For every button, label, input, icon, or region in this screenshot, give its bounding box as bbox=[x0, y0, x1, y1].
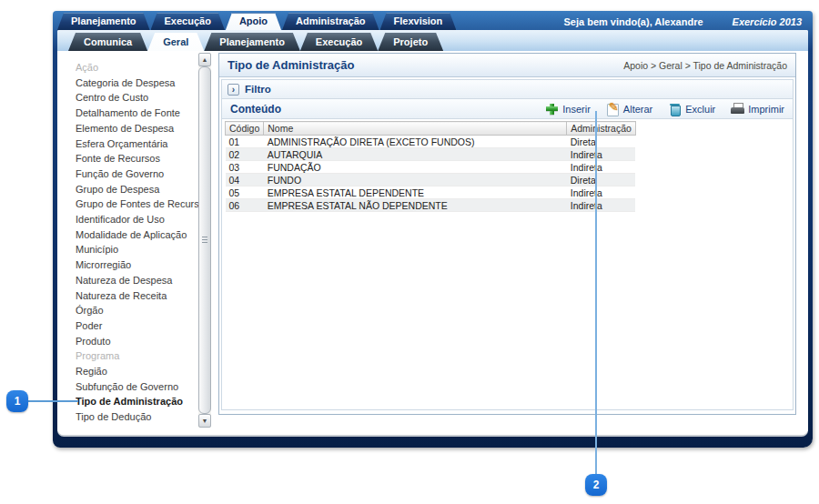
table-row[interactable]: 06 EMPRESA ESTATAL NÃO DEPENDENTE Indire… bbox=[226, 199, 636, 212]
sidebar-item[interactable]: Tipo de Documento bbox=[76, 425, 199, 426]
table-row[interactable]: 03 FUNDAÇÃO Indireta bbox=[226, 161, 636, 174]
callout-connector-line bbox=[27, 400, 78, 402]
sidebar-item[interactable]: Centro de Custo bbox=[76, 90, 199, 106]
cell-administracao: Indireta bbox=[567, 199, 636, 212]
secondary-tab[interactable]: Execução bbox=[300, 33, 378, 51]
cell-administracao: Direta bbox=[567, 136, 636, 148]
sidebar-item[interactable]: Natureza de Despesa bbox=[76, 273, 199, 288]
callout-badge-2: 2 bbox=[585, 474, 607, 496]
sidebar-item[interactable]: Região bbox=[76, 364, 199, 379]
exercise-label: Exercício 2013 bbox=[733, 16, 802, 27]
sidebar-item[interactable]: Identificador de Uso bbox=[76, 212, 199, 227]
primary-tab[interactable]: Flexvision bbox=[380, 13, 457, 30]
cell-administracao: Indireta bbox=[567, 148, 636, 161]
secondary-tab-bar: ComunicaGeralPlanejamentoExecuçãoProjeto bbox=[57, 30, 808, 51]
cell-codigo: 04 bbox=[226, 174, 264, 186]
sidebar-scrollbar[interactable]: ▲ ▼ bbox=[198, 53, 211, 428]
sidebar-item[interactable]: Grupo de Fontes de Recursos bbox=[76, 197, 199, 212]
cell-codigo: 02 bbox=[226, 148, 264, 161]
cell-administracao: Direta bbox=[567, 174, 636, 186]
cell-nome: EMPRESA ESTATAL NÃO DEPENDENTE bbox=[264, 199, 567, 212]
table-row[interactable]: 01 ADMINISTRAÇÃO DIRETA (EXCETO FUNDOS) … bbox=[226, 136, 636, 148]
toolbar-button-label: Inserir bbox=[562, 104, 591, 115]
toolbar-button-label: Excluir bbox=[685, 104, 715, 115]
secondary-tab[interactable]: Projeto bbox=[378, 33, 443, 51]
toolbar-button[interactable]: Imprimir bbox=[731, 103, 784, 116]
toolbar-button-label: Imprimir bbox=[748, 104, 784, 115]
sidebar-item[interactable]: Ação bbox=[76, 60, 199, 76]
table-row[interactable]: 05 EMPRESA ESTATAL DEPENDENTE Indireta bbox=[226, 186, 636, 199]
content-toolbar: Conteúdo Inserir Alterar bbox=[222, 99, 793, 119]
table-header-row: Código Nome Administração bbox=[226, 122, 636, 136]
scrollbar-thumb[interactable] bbox=[198, 66, 211, 414]
secondary-tab[interactable]: Planejamento bbox=[204, 33, 300, 51]
column-header-nome[interactable]: Nome bbox=[264, 122, 567, 136]
cell-codigo: 06 bbox=[226, 199, 264, 212]
filter-label: Filtro bbox=[245, 84, 271, 95]
primary-tab[interactable]: Administração bbox=[282, 13, 379, 30]
callout-connector-line bbox=[595, 111, 597, 475]
toolbar-button[interactable]: Inserir bbox=[545, 103, 591, 116]
sidebar-item[interactable]: Órgão bbox=[76, 303, 199, 318]
secondary-tab[interactable]: Comunica bbox=[68, 33, 147, 51]
header-right: Seja bem vindo(a), Alexandre Exercício 2… bbox=[564, 16, 802, 30]
scroll-up-icon[interactable]: ▲ bbox=[198, 53, 211, 66]
table-row[interactable]: 04 FUNDO Direta bbox=[226, 174, 636, 186]
sidebar-item[interactable]: Produto bbox=[76, 334, 199, 349]
cell-nome: FUNDAÇÃO bbox=[264, 161, 567, 174]
sidebar-item[interactable]: Natureza de Receita bbox=[76, 288, 199, 304]
table-area: Código Nome Administração 01 ADMINISTRAÇ… bbox=[222, 119, 793, 409]
sidebar-item[interactable]: Subfunção de Governo bbox=[76, 379, 199, 395]
primary-tab[interactable]: Planejamento bbox=[57, 13, 150, 30]
sidebar-item[interactable]: Poder bbox=[76, 318, 199, 334]
cell-nome: FUNDO bbox=[264, 174, 567, 186]
welcome-text: Seja bem vindo(a), Alexandre bbox=[564, 16, 703, 27]
toolbar-button-label: Alterar bbox=[623, 104, 652, 115]
cell-nome: AUTARQUIA bbox=[264, 148, 567, 161]
primary-tab[interactable]: Execução bbox=[151, 13, 225, 30]
content-label: Conteúdo bbox=[230, 103, 281, 116]
scroll-down-icon[interactable]: ▼ bbox=[198, 414, 211, 428]
sidebar-item[interactable]: Fonte de Recursos bbox=[76, 151, 199, 166]
sidebar-item[interactable]: Categoria de Despesa bbox=[76, 76, 199, 91]
panel-body: Filtro Conteúdo Inserir Al bbox=[221, 79, 794, 410]
sidebar-item[interactable]: Microrregião bbox=[76, 257, 199, 273]
toolbar-button[interactable]: Alterar bbox=[606, 103, 652, 116]
sidebar-item[interactable]: Grupo de Despesa bbox=[76, 182, 199, 197]
column-header-administracao[interactable]: Administração bbox=[567, 122, 636, 136]
cell-codigo: 01 bbox=[226, 136, 264, 148]
column-header-codigo[interactable]: Código bbox=[226, 122, 264, 136]
sidebar-menu: AçãoCategoria de DespesaCentro de CustoD… bbox=[76, 58, 199, 426]
cell-nome: EMPRESA ESTATAL DEPENDENTE bbox=[264, 186, 567, 199]
breadcrumb: Apoio > Geral > Tipo de Administração bbox=[623, 60, 787, 71]
app-window: PlanejamentoExecuçãoApoioAdministraçãoFl… bbox=[53, 11, 813, 448]
sidebar-item[interactable]: Município bbox=[76, 242, 199, 257]
page-title: Tipo de Administração bbox=[228, 58, 354, 72]
cell-administracao: Indireta bbox=[567, 161, 636, 174]
filter-bar: Filtro bbox=[222, 80, 793, 99]
expand-filter-icon[interactable] bbox=[228, 84, 239, 96]
screenshot-canvas: PlanejamentoExecuçãoApoioAdministraçãoFl… bbox=[0, 0, 819, 504]
sidebar-item[interactable]: Esfera Orçamentária bbox=[76, 136, 199, 152]
sidebar-item[interactable]: Modalidade de Aplicação bbox=[76, 227, 199, 243]
main-panel: Tipo de Administração Apoio > Geral > Ti… bbox=[218, 53, 796, 415]
sidebar-item[interactable]: Função de Governo bbox=[76, 166, 199, 182]
primary-tab[interactable]: Apoio bbox=[226, 13, 281, 30]
sidebar-item[interactable]: Elemento de Despesa bbox=[76, 121, 199, 136]
secondary-tab[interactable]: Geral bbox=[147, 33, 204, 51]
sidebar-item[interactable]: Tipo de Administração bbox=[76, 394, 199, 409]
sidebar-item[interactable]: Tipo de Dedução bbox=[76, 409, 199, 425]
sidebar-item[interactable]: Programa bbox=[76, 348, 199, 364]
panel-title-bar: Tipo de Administração Apoio > Geral > Ti… bbox=[219, 54, 795, 77]
content-area: AçãoCategoria de DespesaCentro de CustoD… bbox=[57, 51, 808, 435]
cell-administracao: Indireta bbox=[567, 186, 636, 199]
callout-badge-1: 1 bbox=[6, 390, 28, 412]
cell-codigo: 03 bbox=[226, 161, 264, 174]
insert-icon bbox=[545, 103, 559, 116]
edit-icon bbox=[606, 103, 620, 116]
table-row[interactable]: 02 AUTARQUIA Indireta bbox=[226, 148, 636, 161]
page-surface: ComunicaGeralPlanejamentoExecuçãoProjeto… bbox=[57, 30, 808, 435]
sidebar-item[interactable]: Detalhamento de Fonte bbox=[76, 106, 199, 121]
cell-nome: ADMINISTRAÇÃO DIRETA (EXCETO FUNDOS) bbox=[264, 136, 567, 148]
toolbar-button[interactable]: Excluir bbox=[668, 103, 715, 116]
